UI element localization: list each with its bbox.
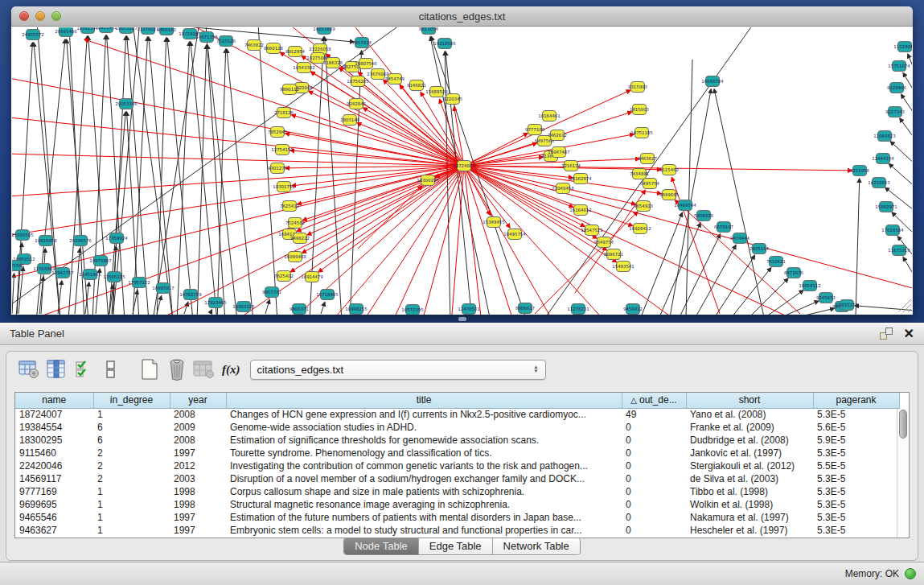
- table-cell[interactable]: 14569117: [15, 472, 93, 485]
- graph-node[interactable]: 10998255: [345, 304, 367, 315]
- graph-node[interactable]: 8186328: [323, 58, 343, 68]
- table-cell[interactable]: 0: [622, 511, 686, 524]
- minimize-window-button[interactable]: [35, 11, 45, 21]
- tab-node-table[interactable]: Node Table: [344, 538, 419, 554]
- table-row[interactable]: 1456911722003Disruption of a novel membe…: [15, 472, 899, 485]
- graph-node[interactable]: 7852945: [268, 127, 287, 138]
- table-cell[interactable]: Disruption of a novel member of a sodium…: [226, 472, 622, 485]
- graph-node[interactable]: 9463627: [638, 154, 657, 164]
- table-cell[interactable]: Tibbo et al. (1998): [686, 485, 813, 498]
- table-cell[interactable]: 2: [93, 459, 170, 472]
- graph-node[interactable]: 12476531: [458, 304, 479, 315]
- graph-node[interactable]: 9699695: [659, 190, 679, 200]
- graph-node[interactable]: 2718126: [274, 108, 294, 118]
- graph-node[interactable]: 16033809: [313, 27, 335, 35]
- graph-node[interactable]: 10654112: [799, 281, 820, 291]
- graph-node[interactable]: 15349455: [483, 217, 504, 228]
- table-cell[interactable]: 0: [622, 472, 686, 485]
- table-cell[interactable]: 18724007: [15, 408, 93, 421]
- graph-node[interactable]: 16572395: [401, 305, 423, 315]
- graph-node[interactable]: 19218506: [433, 39, 456, 49]
- graph-node[interactable]: 6466160: [157, 27, 177, 35]
- table-cell[interactable]: 2: [93, 447, 170, 459]
- graph-node[interactable]: 22040458: [552, 183, 574, 194]
- graph-node[interactable]: 9890112: [280, 84, 299, 95]
- network-canvas[interactable]: 1872400718300295746382286601288912954232…: [12, 27, 912, 315]
- table-cell[interactable]: 1: [93, 498, 170, 511]
- table-cell[interactable]: Genome-wide association studies in ADHD.: [226, 421, 622, 434]
- graph-node[interactable]: 9654923: [634, 201, 653, 212]
- graph-node[interactable]: 16409544: [674, 200, 696, 211]
- graph-node[interactable]: 12923465: [204, 298, 226, 308]
- table-scrollbar-thumb[interactable]: [899, 410, 907, 439]
- graph-node[interactable]: 9242845: [347, 99, 366, 109]
- column-header-in_degree[interactable]: in_degree: [93, 393, 170, 408]
- table-cell[interactable]: 9699695: [15, 498, 93, 511]
- table-cell[interactable]: 2008: [170, 434, 226, 447]
- graph-node[interactable]: 9301275: [268, 163, 287, 174]
- graph-node[interactable]: 9227343: [885, 107, 905, 117]
- graph-node[interactable]: 16928412: [629, 224, 651, 234]
- table-cell[interactable]: 0: [622, 498, 686, 511]
- table-cell[interactable]: 1: [93, 524, 170, 537]
- graph-node[interactable]: 11675318: [888, 245, 910, 256]
- graph-node[interactable]: 12093823: [873, 131, 895, 142]
- graph-node[interactable]: 19751185: [630, 128, 652, 138]
- graph-node[interactable]: 2935114: [749, 244, 770, 254]
- graph-node[interactable]: 9474444: [730, 233, 750, 244]
- table-cell[interactable]: 1997: [170, 524, 226, 537]
- graph-node[interactable]: 9806371: [290, 304, 309, 315]
- table-cell[interactable]: 18300295: [15, 434, 93, 447]
- table-cell[interactable]: 5.3E-5: [813, 472, 899, 485]
- graph-node[interactable]: 11278231: [567, 304, 589, 315]
- table-cell[interactable]: 2: [93, 472, 170, 485]
- graph-node[interactable]: 7625402: [274, 271, 294, 282]
- table-cell[interactable]: Hescheler et al. (1997): [686, 524, 813, 537]
- table-cell[interactable]: 0: [622, 485, 686, 498]
- graph-node[interactable]: 9245652: [816, 293, 836, 303]
- table-cell[interactable]: Corpus callosum shape and size in male p…: [226, 485, 622, 498]
- graph-node[interactable]: 10164461: [538, 111, 560, 122]
- column-header-out_de[interactable]: △out_de...: [622, 393, 686, 408]
- network-view[interactable]: 1872400718300295746382286601288912954232…: [12, 27, 912, 315]
- graph-node[interactable]: 7463822: [244, 40, 264, 51]
- graph-node[interactable]: 5938928: [694, 211, 714, 221]
- graph-node[interactable]: 9498222: [290, 233, 310, 244]
- table-cell[interactable]: Franke et al. (2009): [686, 421, 813, 434]
- graph-node[interactable]: 17016504: [881, 225, 904, 236]
- graph-node[interactable]: 7434881: [630, 169, 649, 179]
- table-cell[interactable]: 49: [622, 408, 686, 421]
- graph-node[interactable]: 11124047: [893, 42, 912, 52]
- table-row[interactable]: 911546021997Tourette syndrome. Phenomeno…: [15, 447, 899, 459]
- graph-node[interactable]: 8215958: [850, 166, 870, 176]
- table-cell[interactable]: 5.3E-5: [813, 511, 899, 524]
- table-cell[interactable]: 1: [93, 511, 170, 524]
- graph-node[interactable]: 7857224: [352, 38, 372, 48]
- table-row[interactable]: 969969511998Structural magnetic resonanc…: [15, 498, 899, 511]
- graph-node[interactable]: 16995817: [152, 283, 174, 294]
- table-cell[interactable]: 1: [93, 485, 170, 498]
- table-cell[interactable]: 0: [622, 524, 686, 537]
- table-cell[interactable]: Jankovic et al. (1997): [686, 447, 813, 459]
- table-cell[interactable]: Changes of HCN gene expression and I(f) …: [226, 408, 622, 421]
- tab-edge-table[interactable]: Edge Table: [419, 538, 493, 554]
- new-table-icon[interactable]: [138, 358, 161, 381]
- table-cell[interactable]: 9465546: [15, 511, 93, 524]
- table-cell[interactable]: 19384554: [15, 421, 93, 434]
- table-cell[interactable]: 2012: [170, 459, 226, 472]
- table-row[interactable]: 946362711997Embryonic stem cells: a mode…: [15, 524, 899, 537]
- table-cell[interactable]: Stergiakouli et al. (2012): [686, 459, 813, 472]
- graph-node[interactable]: 15751074: [888, 61, 910, 72]
- graph-node[interactable]: 15718485: [316, 290, 338, 300]
- graph-node[interactable]: 16210643: [868, 178, 889, 188]
- table-cell[interactable]: 9463627: [15, 524, 93, 537]
- network-window[interactable]: citations_edges.txt 18724007183002957463…: [11, 6, 913, 315]
- table-options-icon[interactable]: [18, 358, 40, 381]
- graph-node[interactable]: 8906617: [515, 303, 535, 314]
- close-panel-icon[interactable]: ✕: [904, 328, 914, 340]
- column-header-name[interactable]: name: [15, 393, 93, 408]
- graph-node[interactable]: 3216124: [561, 161, 581, 171]
- table-selector-dropdown[interactable]: citations_edges.txt ▲▼: [250, 360, 546, 380]
- graph-node[interactable]: 24935572: [22, 30, 43, 40]
- table-cell[interactable]: 0: [622, 434, 686, 447]
